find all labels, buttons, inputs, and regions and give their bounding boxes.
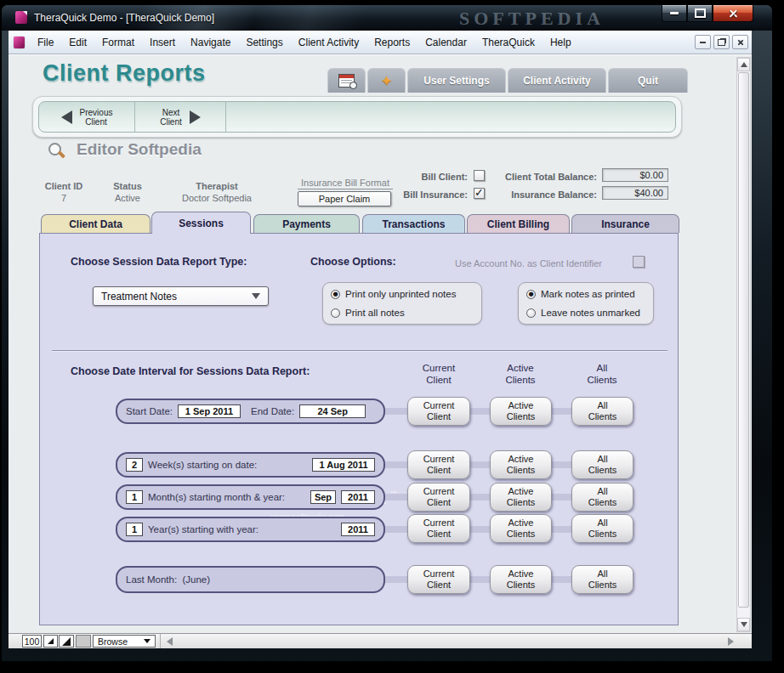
weeks-row: 2 Week(s) starting on date: 1 Aug 2011 (116, 452, 385, 478)
years-active-clients-button[interactable]: ActiveClients (490, 514, 552, 543)
bill-insurance-checkbox[interactable]: ✓ (474, 188, 485, 199)
last-month-active-clients-button[interactable]: ActiveClients (490, 565, 552, 594)
previous-client-button[interactable]: PreviousClient (39, 102, 135, 132)
tab-insurance[interactable]: Insurance (571, 214, 679, 233)
years-all-clients-button[interactable]: AllClients (571, 514, 633, 543)
scroll-down-button[interactable] (737, 618, 750, 631)
weeks-label: Week(s) starting on date: (148, 460, 257, 470)
weeks-active-clients-button[interactable]: ActiveClients (490, 450, 552, 479)
menu-settings[interactable]: Settings (238, 37, 290, 48)
column-header-active-clients: ActiveClients (485, 362, 556, 386)
radio-leave-unmarked[interactable]: Leave notes unmarked (526, 308, 645, 318)
months-count-input[interactable]: 1 (126, 490, 143, 504)
last-month-all-clients-button[interactable]: AllClients (571, 565, 633, 594)
status-label: Status (98, 181, 157, 191)
last-month-current-client-button[interactable]: CurrentClient (407, 565, 470, 594)
user-settings-button[interactable]: User Settings (407, 68, 506, 93)
menu-insert[interactable]: Insert (142, 37, 183, 48)
years-current-client-button[interactable]: CurrentClient (407, 514, 470, 543)
menu-format[interactable]: Format (94, 37, 142, 48)
next-arrow-icon (190, 110, 201, 124)
client-activity-button[interactable]: Client Activity (508, 68, 606, 93)
radio-icon[interactable]: ● (331, 290, 340, 299)
mdi-close-button[interactable] (732, 35, 748, 49)
client-nav-panel: PreviousClient NextClient (32, 96, 682, 138)
tab-client-billing[interactable]: Client Billing (467, 214, 570, 233)
months-all-clients-button[interactable]: AllClients (571, 483, 633, 512)
minimize-button[interactable] (662, 5, 687, 22)
hscroll-left-button[interactable] (163, 635, 176, 648)
previous-label-line1: Previous (80, 108, 113, 117)
statusbar-divider (160, 634, 161, 648)
weeks-all-clients-button[interactable]: AllClients (571, 450, 633, 479)
radio-print-all[interactable]: Print all notes (331, 308, 474, 318)
menu-theraquick[interactable]: TheraQuick (474, 37, 543, 48)
months-active-clients-button[interactable]: ActiveClients (490, 483, 552, 512)
mdi-minimize-icon (700, 42, 706, 43)
end-date-input[interactable]: 24 Sep (299, 404, 366, 418)
report-type-dropdown[interactable]: Treatment Notes (93, 286, 269, 306)
menu-file[interactable]: File (30, 37, 61, 48)
scroll-up-button[interactable] (737, 58, 750, 71)
mode-value: Browse (98, 636, 144, 647)
maximize-button[interactable] (687, 5, 713, 22)
months-month-input[interactable]: Sep (310, 490, 336, 504)
tab-payments[interactable]: Payments (253, 214, 360, 233)
tab-client-data[interactable]: Client Data (41, 214, 151, 233)
calendar-tab-button[interactable] (327, 68, 366, 93)
mdi-minimize-button[interactable] (695, 35, 711, 49)
years-count-input[interactable]: 1 (126, 523, 143, 536)
weeks-current-client-button[interactable]: CurrentClient (407, 450, 470, 479)
date-range-all-clients-button[interactable]: AllClients (571, 397, 633, 426)
start-date-label: Start Date: (126, 406, 173, 416)
client-total-balance-label: Client Total Balance: (495, 172, 597, 182)
zoom-level-box[interactable]: 100 (22, 635, 42, 648)
zoom-out-button[interactable] (43, 635, 58, 648)
months-year-input[interactable]: 2011 (341, 490, 375, 504)
menu-calendar[interactable]: Calendar (418, 37, 474, 48)
radio-mark-printed[interactable]: ● Mark notes as printed (526, 289, 645, 299)
account-identifier-checkbox[interactable] (633, 256, 645, 268)
zoom-out-icon (48, 638, 54, 644)
new-record-tab-button[interactable]: ✦ (367, 68, 406, 93)
previous-arrow-icon (61, 110, 72, 124)
menu-help[interactable]: Help (543, 37, 579, 48)
weeks-count-input[interactable]: 2 (126, 458, 143, 472)
tab-transactions[interactable]: Transactions (362, 214, 465, 233)
hscroll-right-button[interactable] (724, 635, 737, 648)
status-block: Status Active (98, 181, 157, 203)
next-client-button[interactable]: NextClient (135, 102, 226, 132)
menu-client-activity[interactable]: Client Activity (291, 37, 366, 48)
tab-sessions[interactable]: Sessions (151, 212, 251, 234)
close-button[interactable] (713, 5, 753, 22)
mdi-restore-button[interactable] (713, 35, 730, 49)
vertical-scrollbar-thumb[interactable] (738, 72, 749, 608)
date-range-current-client-button[interactable]: CurrentClient (407, 397, 470, 426)
date-range-active-clients-button[interactable]: ActiveClients (490, 397, 552, 426)
client-name: Editor Softpedia (77, 140, 202, 159)
zoom-in-button[interactable] (59, 635, 74, 648)
weeks-date-input[interactable]: 1 Aug 2011 (312, 458, 375, 472)
years-year-input[interactable]: 2011 (341, 523, 375, 536)
months-current-client-button[interactable]: CurrentClient (407, 483, 470, 512)
status-value: Active (98, 193, 157, 203)
star-icon: ✦ (380, 72, 392, 89)
years-row: 1 Year(s) starting with year: 2011 (116, 517, 385, 542)
radio-icon[interactable]: ● (526, 290, 536, 299)
radio-print-unprinted[interactable]: ● Print only unprinted notes (331, 289, 474, 299)
quit-button[interactable]: Quit (608, 68, 688, 93)
menu-edit[interactable]: Edit (61, 37, 94, 48)
status-toolbar-toggle[interactable] (76, 635, 91, 648)
column-header-current-client: CurrentClient (403, 362, 474, 386)
page-title: Client Reports (43, 60, 206, 87)
radio-icon[interactable] (331, 308, 340, 318)
radio-icon[interactable] (526, 308, 536, 318)
window-title: TheraQuick Demo - [TheraQuick Demo] (34, 12, 214, 24)
menu-navigate[interactable]: Navigate (183, 37, 238, 48)
mode-dropdown[interactable]: Browse (93, 635, 156, 648)
vertical-scrollbar[interactable] (736, 57, 751, 632)
bill-client-checkbox[interactable] (474, 170, 485, 181)
start-date-input[interactable]: 1 Sep 2011 (178, 404, 241, 418)
menu-reports[interactable]: Reports (366, 37, 418, 48)
months-row: 1 Month(s) starting month & year: Sep 20… (116, 484, 385, 510)
